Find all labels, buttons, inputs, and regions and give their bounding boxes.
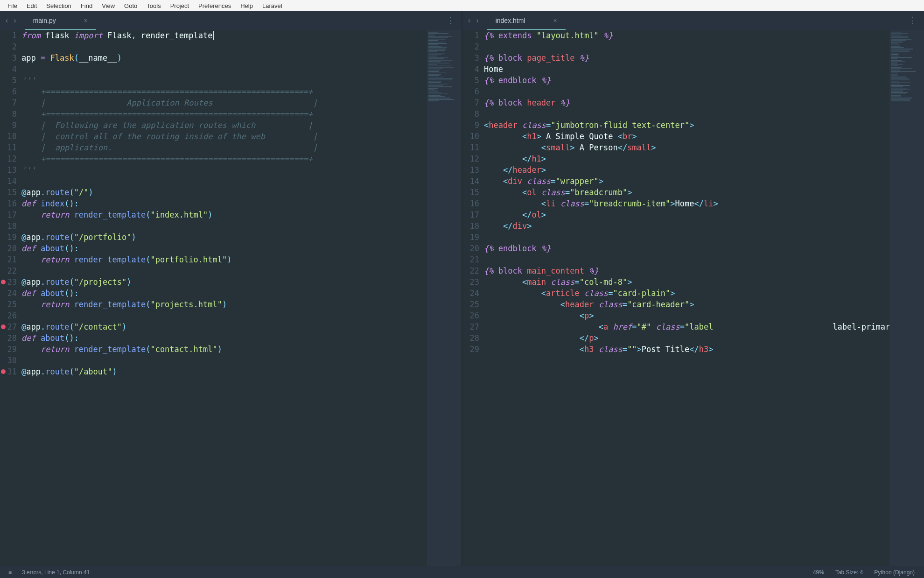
nav-forward-icon[interactable]: ›	[11, 14, 19, 27]
left-pane: ‹ › main.py × ⋮ 123456789101112131415161…	[0, 11, 462, 566]
menu-project[interactable]: Project	[166, 1, 194, 10]
status-tabsize[interactable]: Tab Size: 4	[830, 569, 868, 576]
status-zoom[interactable]: 49%	[807, 569, 830, 576]
tab-label: main.py	[33, 17, 56, 24]
more-icon[interactable]: ⋮	[441, 14, 459, 28]
menu-file[interactable]: File	[3, 1, 22, 10]
nav-forward-icon[interactable]: ›	[473, 14, 481, 27]
menu-find[interactable]: Find	[76, 1, 97, 10]
editor-split: ‹ › main.py × ⋮ 123456789101112131415161…	[0, 11, 924, 566]
right-code[interactable]: {% extends "layout.html" %}{% block page…	[484, 30, 889, 566]
right-pane: ‹ › index.html × ⋮ 123456789101112131415…	[462, 11, 924, 566]
menu-edit[interactable]: Edit	[22, 1, 42, 10]
menu-laravel[interactable]: Laravel	[258, 1, 287, 10]
left-tabbar: ‹ › main.py × ⋮	[0, 11, 462, 30]
nav-back-icon[interactable]: ‹	[465, 14, 473, 27]
tab-label: index.html	[496, 17, 525, 24]
close-icon[interactable]: ×	[553, 17, 557, 24]
status-bar: ≡ 3 errors, Line 1, Column 41 49% Tab Si…	[0, 566, 924, 578]
menu-help[interactable]: Help	[236, 1, 258, 10]
tab-index-html[interactable]: index.html ×	[487, 11, 566, 30]
menu-bar: FileEditSelectionFindViewGotoToolsProjec…	[0, 0, 924, 11]
left-gutter[interactable]: 1234567891011121314151617181920212223242…	[0, 30, 21, 566]
left-editor[interactable]: 1234567891011121314151617181920212223242…	[0, 30, 462, 566]
right-minimap[interactable]	[889, 30, 924, 566]
status-syntax[interactable]: Python (Django)	[868, 569, 920, 576]
left-minimap[interactable]	[427, 30, 462, 566]
menu-goto[interactable]: Goto	[119, 1, 142, 10]
menu-preferences[interactable]: Preferences	[194, 1, 236, 10]
menu-view[interactable]: View	[97, 1, 119, 10]
nav-back-icon[interactable]: ‹	[3, 14, 11, 27]
close-icon[interactable]: ×	[84, 17, 88, 24]
right-tabbar: ‹ › index.html × ⋮	[462, 11, 924, 30]
more-icon[interactable]: ⋮	[904, 14, 921, 28]
menu-selection[interactable]: Selection	[42, 1, 76, 10]
tab-main-py[interactable]: main.py ×	[25, 11, 96, 30]
right-editor[interactable]: 1234567891011121314151617181920212223242…	[462, 30, 924, 566]
right-gutter[interactable]: 1234567891011121314151617181920212223242…	[462, 30, 484, 566]
status-errors[interactable]: 3 errors, Line 1, Column 41	[16, 569, 95, 576]
menu-tools[interactable]: Tools	[142, 1, 165, 10]
menu-icon[interactable]: ≡	[4, 569, 16, 576]
left-code[interactable]: from flask import Flask, render_template…	[21, 30, 427, 566]
